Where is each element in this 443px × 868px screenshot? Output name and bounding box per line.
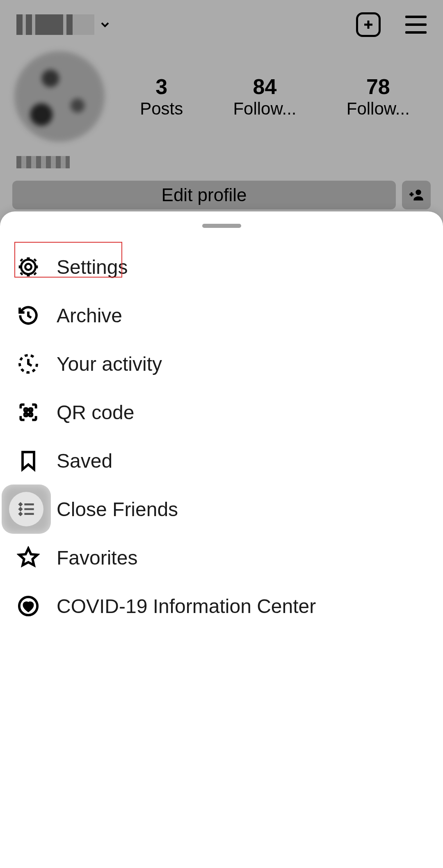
display-name-pixelated: [16, 156, 70, 168]
archive-icon: [16, 303, 40, 327]
activity-icon: [16, 352, 40, 376]
stat-posts-count: 3: [140, 74, 183, 99]
sheet-drag-handle[interactable]: [202, 224, 241, 228]
menu-label: COVID-19 Information Center: [57, 595, 316, 618]
gear-icon: [16, 255, 40, 279]
svg-rect-4: [29, 409, 32, 411]
stat-following-count: 78: [347, 74, 410, 99]
qrcode-icon: [16, 400, 40, 424]
avatar[interactable]: [14, 51, 105, 142]
bottom-sheet-menu: Settings Archive Your activity QR code S…: [0, 211, 443, 868]
stat-followers-label: Follow...: [233, 99, 296, 119]
edit-profile-button[interactable]: Edit profile: [12, 181, 396, 209]
stat-posts[interactable]: 3 Posts: [140, 74, 183, 119]
edit-profile-label: Edit profile: [162, 185, 247, 205]
profile-stats-row: 3 Posts 84 Follow... 78 Follow...: [0, 49, 443, 148]
menu-label: Saved: [57, 450, 112, 472]
plus-icon: [362, 18, 374, 31]
menu-label: Archive: [57, 304, 122, 327]
menu-item-settings[interactable]: Settings: [0, 243, 443, 291]
menu-label: Favorites: [57, 547, 137, 569]
heart-circle-icon: [16, 594, 40, 618]
menu-label: Your activity: [57, 353, 162, 375]
chevron-down-icon: [98, 18, 112, 31]
stat-posts-label: Posts: [140, 99, 183, 119]
stat-following[interactable]: 78 Follow...: [347, 74, 410, 119]
stat-followers-count: 84: [233, 74, 296, 99]
stat-following-label: Follow...: [347, 99, 410, 119]
menu-item-archive[interactable]: Archive: [0, 291, 443, 340]
stat-followers[interactable]: 84 Follow...: [233, 74, 296, 119]
hamburger-menu-button[interactable]: [405, 16, 427, 34]
svg-rect-6: [29, 413, 32, 416]
menu-item-close-friends[interactable]: Close Friends: [0, 485, 443, 533]
menu-item-saved[interactable]: Saved: [0, 436, 443, 485]
create-post-button[interactable]: [356, 12, 381, 37]
menu-item-covid-info[interactable]: COVID-19 Information Center: [0, 582, 443, 630]
star-icon: [16, 546, 40, 569]
menu-item-favorites[interactable]: Favorites: [0, 533, 443, 582]
svg-point-0: [416, 190, 421, 195]
menu-label: Settings: [57, 256, 128, 278]
svg-rect-5: [25, 413, 27, 416]
menu-item-qr-code[interactable]: QR code: [0, 388, 443, 436]
username-switcher[interactable]: [16, 14, 112, 35]
add-person-icon: [408, 187, 425, 203]
menu-label: Close Friends: [57, 498, 178, 521]
menu-item-your-activity[interactable]: Your activity: [0, 340, 443, 388]
discover-people-button[interactable]: [402, 181, 431, 209]
menu-label: QR code: [57, 401, 134, 424]
profile-header: [0, 0, 443, 49]
username-pixelated: [16, 14, 94, 35]
bookmark-icon: [16, 449, 40, 473]
svg-rect-3: [25, 409, 27, 411]
svg-point-2: [25, 264, 32, 270]
